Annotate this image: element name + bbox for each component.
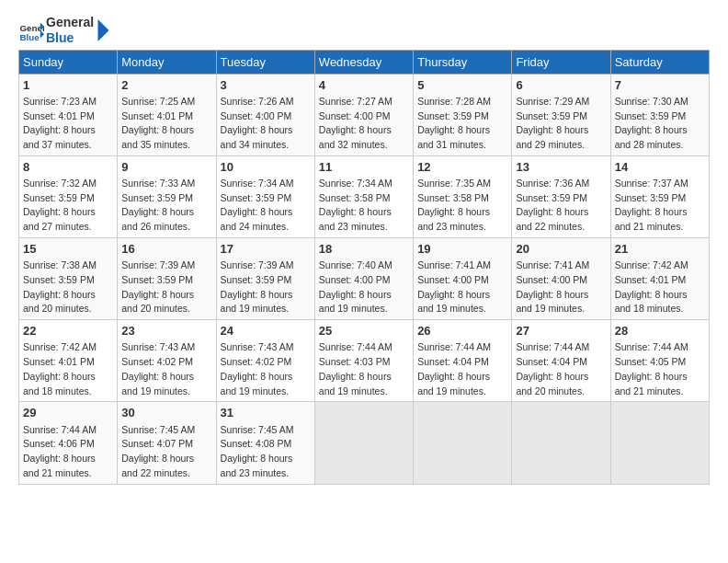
- day-number: 7: [615, 77, 705, 94]
- week-row-4: 22 Sunrise: 7:42 AMSunset: 4:01 PMDaylig…: [19, 320, 710, 402]
- day-number: 17: [221, 241, 311, 258]
- day-cell: 29 Sunrise: 7:44 AMSunset: 4:06 PMDaylig…: [19, 402, 118, 484]
- day-number: 19: [417, 241, 507, 258]
- day-cell: 26 Sunrise: 7:44 AMSunset: 4:04 PMDaylig…: [414, 320, 512, 402]
- day-info: Sunrise: 7:39 AMSunset: 3:59 PMDaylight:…: [121, 259, 195, 314]
- calendar-table: SundayMondayTuesdayWednesdayThursdayFrid…: [18, 50, 710, 485]
- day-cell: 18 Sunrise: 7:40 AMSunset: 4:00 PMDaylig…: [314, 237, 413, 319]
- day-info: Sunrise: 7:33 AMSunset: 3:59 PMDaylight:…: [121, 178, 195, 232]
- day-info: Sunrise: 7:43 AMSunset: 4:02 PMDaylight:…: [221, 341, 294, 396]
- day-info: Sunrise: 7:40 AMSunset: 4:00 PMDaylight:…: [319, 259, 392, 314]
- svg-text:Blue: Blue: [19, 32, 40, 42]
- day-cell: 9 Sunrise: 7:33 AMSunset: 3:59 PMDayligh…: [118, 155, 216, 237]
- day-info: Sunrise: 7:35 AMSunset: 3:58 PMDaylight:…: [417, 178, 491, 232]
- day-info: Sunrise: 7:44 AMSunset: 4:05 PMDaylight:…: [615, 341, 688, 396]
- day-cell: 16 Sunrise: 7:39 AMSunset: 3:59 PMDaylig…: [118, 237, 216, 319]
- day-number: 16: [121, 241, 211, 258]
- day-number: 18: [319, 241, 409, 258]
- day-cell: 4 Sunrise: 7:27 AMSunset: 4:00 PMDayligh…: [314, 74, 413, 155]
- day-number: 20: [516, 241, 606, 258]
- day-number: 27: [516, 323, 606, 339]
- day-info: Sunrise: 7:42 AMSunset: 4:01 PMDaylight:…: [615, 259, 688, 314]
- day-info: Sunrise: 7:25 AMSunset: 4:01 PMDaylight:…: [121, 96, 195, 150]
- page-container: General Blue General Blue SundayMondayTu…: [0, 0, 728, 494]
- day-info: Sunrise: 7:45 AMSunset: 4:07 PMDaylight:…: [121, 424, 195, 478]
- day-info: Sunrise: 7:41 AMSunset: 4:00 PMDaylight:…: [417, 259, 491, 314]
- day-cell: 23 Sunrise: 7:43 AMSunset: 4:02 PMDaylig…: [118, 320, 216, 402]
- header: General Blue General Blue: [18, 15, 710, 46]
- week-row-1: 1 Sunrise: 7:23 AMSunset: 4:01 PMDayligh…: [19, 74, 710, 155]
- day-info: Sunrise: 7:44 AMSunset: 4:06 PMDaylight:…: [23, 424, 97, 478]
- day-info: Sunrise: 7:44 AMSunset: 4:04 PMDaylight:…: [516, 341, 589, 396]
- day-number: 21: [615, 241, 705, 258]
- day-cell: 22 Sunrise: 7:42 AMSunset: 4:01 PMDaylig…: [19, 320, 118, 402]
- svg-marker-3: [98, 19, 109, 41]
- day-number: 30: [121, 405, 211, 421]
- day-number: 6: [516, 77, 606, 94]
- week-row-5: 29 Sunrise: 7:44 AMSunset: 4:06 PMDaylig…: [19, 402, 710, 484]
- logo-icon: General Blue: [18, 17, 44, 43]
- day-info: Sunrise: 7:32 AMSunset: 3:59 PMDaylight:…: [23, 178, 97, 232]
- day-info: Sunrise: 7:30 AMSunset: 3:59 PMDaylight:…: [615, 96, 688, 150]
- day-info: Sunrise: 7:27 AMSunset: 4:00 PMDaylight:…: [319, 96, 392, 150]
- day-cell: 8 Sunrise: 7:32 AMSunset: 3:59 PMDayligh…: [19, 155, 118, 237]
- day-info: Sunrise: 7:44 AMSunset: 4:03 PMDaylight:…: [319, 341, 392, 396]
- weekday-tuesday: Tuesday: [216, 50, 314, 74]
- day-info: Sunrise: 7:34 AMSunset: 3:58 PMDaylight:…: [319, 178, 392, 232]
- day-number: 4: [319, 77, 409, 94]
- day-number: 11: [319, 159, 409, 176]
- day-cell: 28 Sunrise: 7:44 AMSunset: 4:05 PMDaylig…: [610, 320, 709, 402]
- day-cell: 30 Sunrise: 7:45 AMSunset: 4:07 PMDaylig…: [118, 402, 216, 484]
- day-info: Sunrise: 7:23 AMSunset: 4:01 PMDaylight:…: [23, 96, 97, 150]
- day-cell: 11 Sunrise: 7:34 AMSunset: 3:58 PMDaylig…: [314, 155, 413, 237]
- day-number: 12: [417, 159, 507, 176]
- day-number: 25: [319, 323, 409, 339]
- day-cell: 25 Sunrise: 7:44 AMSunset: 4:03 PMDaylig…: [314, 320, 413, 402]
- weekday-saturday: Saturday: [610, 50, 709, 74]
- day-cell: [610, 402, 709, 484]
- day-info: Sunrise: 7:43 AMSunset: 4:02 PMDaylight:…: [121, 341, 195, 396]
- logo-general: General: [46, 15, 94, 30]
- logo-blue: Blue: [46, 30, 94, 46]
- day-cell: 7 Sunrise: 7:30 AMSunset: 3:59 PMDayligh…: [610, 74, 709, 155]
- day-cell: 10 Sunrise: 7:34 AMSunset: 3:59 PMDaylig…: [216, 155, 314, 237]
- day-cell: 12 Sunrise: 7:35 AMSunset: 3:58 PMDaylig…: [414, 155, 512, 237]
- day-cell: [512, 402, 610, 484]
- weekday-friday: Friday: [512, 50, 610, 74]
- day-info: Sunrise: 7:38 AMSunset: 3:59 PMDaylight:…: [23, 259, 97, 314]
- day-number: 31: [221, 405, 311, 421]
- day-cell: 14 Sunrise: 7:37 AMSunset: 3:59 PMDaylig…: [610, 155, 709, 237]
- day-number: 23: [121, 323, 211, 339]
- day-cell: [414, 402, 512, 484]
- day-info: Sunrise: 7:42 AMSunset: 4:01 PMDaylight:…: [23, 341, 97, 396]
- day-info: Sunrise: 7:41 AMSunset: 4:00 PMDaylight:…: [516, 259, 589, 314]
- day-cell: 2 Sunrise: 7:25 AMSunset: 4:01 PMDayligh…: [118, 74, 216, 155]
- weekday-header-row: SundayMondayTuesdayWednesdayThursdayFrid…: [19, 50, 710, 74]
- logo: General Blue General Blue: [18, 15, 114, 46]
- day-info: Sunrise: 7:45 AMSunset: 4:08 PMDaylight:…: [221, 424, 294, 478]
- day-number: 9: [121, 159, 211, 176]
- day-cell: 20 Sunrise: 7:41 AMSunset: 4:00 PMDaylig…: [512, 237, 610, 319]
- day-number: 28: [615, 323, 705, 339]
- weekday-sunday: Sunday: [19, 50, 118, 74]
- weekday-thursday: Thursday: [414, 50, 512, 74]
- day-info: Sunrise: 7:37 AMSunset: 3:59 PMDaylight:…: [615, 178, 688, 232]
- day-number: 5: [417, 77, 507, 94]
- day-cell: 31 Sunrise: 7:45 AMSunset: 4:08 PMDaylig…: [216, 402, 314, 484]
- day-number: 29: [23, 405, 113, 421]
- weekday-monday: Monday: [118, 50, 216, 74]
- day-cell: 24 Sunrise: 7:43 AMSunset: 4:02 PMDaylig…: [216, 320, 314, 402]
- day-number: 22: [23, 323, 113, 339]
- day-info: Sunrise: 7:44 AMSunset: 4:04 PMDaylight:…: [417, 341, 491, 396]
- day-info: Sunrise: 7:34 AMSunset: 3:59 PMDaylight:…: [221, 178, 294, 232]
- day-number: 3: [221, 77, 311, 94]
- day-number: 8: [23, 159, 113, 176]
- day-info: Sunrise: 7:26 AMSunset: 4:00 PMDaylight:…: [221, 96, 294, 150]
- day-number: 1: [23, 77, 113, 94]
- day-info: Sunrise: 7:36 AMSunset: 3:59 PMDaylight:…: [516, 178, 589, 232]
- day-number: 15: [23, 241, 113, 258]
- week-row-2: 8 Sunrise: 7:32 AMSunset: 3:59 PMDayligh…: [19, 155, 710, 237]
- day-info: Sunrise: 7:28 AMSunset: 3:59 PMDaylight:…: [417, 96, 491, 150]
- day-cell: 6 Sunrise: 7:29 AMSunset: 3:59 PMDayligh…: [512, 74, 610, 155]
- day-info: Sunrise: 7:39 AMSunset: 3:59 PMDaylight:…: [221, 259, 294, 314]
